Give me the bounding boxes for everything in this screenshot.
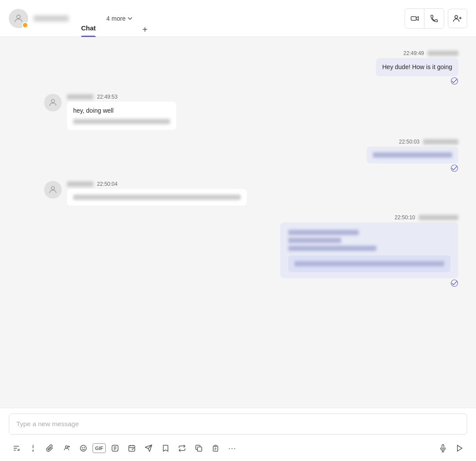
- sender-name-blurred: [428, 51, 458, 56]
- tab-chat[interactable]: Chat: [76, 0, 101, 37]
- svg-rect-1: [411, 16, 416, 20]
- svg-point-6: [51, 187, 54, 190]
- format-button[interactable]: [9, 441, 24, 456]
- incoming-wrapper-4: 22:50:04: [44, 181, 247, 206]
- message-bubble-4: [67, 189, 247, 206]
- read-receipt-1: [450, 77, 458, 85]
- message-time-2: 22:49:53: [97, 94, 118, 100]
- header-actions: [405, 8, 467, 29]
- svg-point-12: [84, 447, 85, 448]
- add-people-button[interactable]: [448, 9, 467, 28]
- gif-button[interactable]: GIF: [93, 443, 106, 453]
- send-button[interactable]: [141, 441, 156, 456]
- sender-name-blurred: [67, 181, 93, 187]
- tab-more[interactable]: 4 more: [101, 0, 138, 37]
- incoming-wrapper-2: 22:49:53 hey, doing well: [44, 94, 176, 130]
- message-meta-2: 22:49:53: [67, 94, 176, 100]
- message-group-1: 22:49:49 Hey dude! How is it going: [18, 50, 458, 85]
- message-group-2: 22:49:53 hey, doing well: [18, 94, 458, 130]
- avatar-status-badge: [22, 22, 28, 28]
- chat-area: 22:49:49 Hey dude! How is it going: [0, 37, 476, 408]
- read-receipt-5: [450, 279, 458, 287]
- audio-call-button[interactable]: [424, 9, 444, 28]
- user-avatar: [9, 9, 28, 28]
- message-bubble-3: [367, 147, 458, 163]
- attach-button[interactable]: [42, 441, 57, 456]
- message-group-5: 22:50:10: [18, 214, 458, 287]
- quoted-block: [288, 255, 450, 272]
- sticker-button[interactable]: [108, 441, 123, 456]
- message-meta-4: 22:50:04: [67, 181, 247, 187]
- audio-button[interactable]: [435, 441, 450, 456]
- message-meta-5: 22:50:10: [394, 214, 458, 221]
- input-area: Type a new message: [0, 408, 476, 461]
- svg-point-11: [82, 447, 82, 448]
- message-group-3: 22:50:03: [18, 139, 458, 172]
- emoji-button[interactable]: [76, 441, 91, 456]
- incoming-content-4: 22:50:04: [67, 181, 247, 206]
- message-input-placeholder: Type a new message: [16, 420, 79, 428]
- contact-name-blurred: [33, 15, 69, 22]
- meet-button[interactable]: [59, 441, 74, 456]
- svg-marker-16: [457, 445, 462, 451]
- more-options-button[interactable]: ···: [225, 441, 240, 456]
- read-receipt-3: [450, 164, 458, 172]
- urgent-button[interactable]: [26, 441, 41, 456]
- message-bubble-2: hey, doing well: [67, 102, 176, 130]
- message-input-box[interactable]: Type a new message: [9, 413, 467, 435]
- incoming-avatar-4: [44, 181, 62, 199]
- svg-point-8: [33, 450, 33, 451]
- add-tab-button[interactable]: +: [138, 23, 152, 37]
- video-call-button[interactable]: [405, 9, 424, 28]
- svg-point-4: [51, 100, 54, 103]
- copy-button[interactable]: [191, 441, 206, 456]
- message-meta-3: 22:50:03: [399, 139, 458, 145]
- chevron-down-icon: [127, 16, 133, 21]
- toolbar-right: [435, 441, 467, 456]
- incoming-avatar-2: [44, 94, 62, 111]
- header: Chat 4 more +: [0, 0, 476, 37]
- call-buttons-group: [405, 8, 444, 29]
- notes-button[interactable]: [208, 441, 223, 456]
- svg-point-9: [65, 446, 67, 448]
- sender-name-blurred: [67, 94, 93, 100]
- svg-point-0: [17, 15, 20, 18]
- message-bubble-5: [280, 222, 458, 278]
- message-bubble-1: Hey dude! How is it going: [376, 58, 458, 76]
- header-tabs: Chat 4 more +: [76, 0, 152, 37]
- svg-rect-15: [197, 447, 202, 451]
- record-button[interactable]: [452, 441, 467, 456]
- blurred-lines-2: [73, 119, 170, 124]
- message-meta-1: 22:49:49: [403, 50, 458, 56]
- message-time-5: 22:50:10: [394, 214, 415, 221]
- incoming-content-2: 22:49:53 hey, doing well: [67, 94, 176, 130]
- sender-name-blurred: [423, 139, 458, 144]
- bookmark-button[interactable]: [158, 441, 173, 456]
- message-group-4: 22:50:04: [18, 181, 458, 206]
- loop-button[interactable]: [175, 441, 190, 456]
- message-time-3: 22:50:03: [399, 139, 420, 145]
- message-time: 22:49:49: [403, 50, 424, 56]
- svg-point-2: [455, 15, 457, 18]
- toolbar: GIF: [9, 438, 467, 461]
- sender-name-blurred: [419, 215, 458, 220]
- schedule-button[interactable]: [124, 441, 139, 456]
- svg-point-10: [80, 445, 86, 451]
- message-time-4: 22:50:04: [97, 181, 118, 187]
